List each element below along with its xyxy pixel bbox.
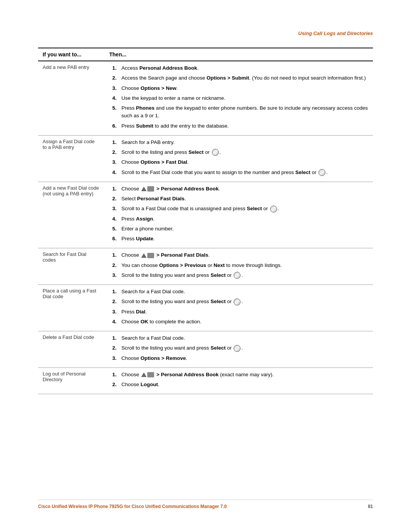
step-text: Choose Options > Fast Dial. bbox=[121, 158, 368, 166]
services-icon bbox=[141, 372, 154, 377]
task-cell-5: Delete a Fast Dial code bbox=[38, 331, 105, 368]
step-item: 1.Search for a Fast Dial code. bbox=[112, 288, 368, 296]
step-text: Scroll to the listing you want and press… bbox=[121, 344, 368, 352]
footer-text: Cisco Unified Wireless IP Phone 7925G fo… bbox=[38, 504, 227, 509]
step-item: 2.Choose Logout. bbox=[112, 381, 368, 388]
step-number: 3. bbox=[112, 85, 121, 92]
step-text: Select Personal Fast Dials. bbox=[121, 195, 368, 203]
step-text: Enter a phone number. bbox=[121, 225, 368, 233]
step-text: Scroll to the listing you want and press… bbox=[121, 298, 368, 305]
step-number: 2. bbox=[112, 344, 121, 352]
phone-rect-icon bbox=[147, 253, 154, 258]
step-item: 1.Choose > Personal Fast Dials. bbox=[112, 251, 368, 259]
step-text: Access the Search page and choose Option… bbox=[121, 74, 368, 82]
steps-list-3: 1.Choose > Personal Fast Dials.2.You can… bbox=[112, 251, 368, 279]
steps-cell-4: 1.Search for a Fast Dial code.2.Scroll t… bbox=[105, 285, 373, 331]
task-cell-1: Assign a Fast Dial code to a PAB entry bbox=[38, 135, 105, 182]
step-text: Scroll to the Fast Dial code that you wa… bbox=[121, 169, 368, 176]
task-cell-2: Add a new Fast Dial code (not using a PA… bbox=[38, 182, 105, 248]
steps-list-6: 1.Choose > Personal Address Book (exact … bbox=[112, 371, 368, 389]
step-text: Use the keypad to enter a name or nickna… bbox=[121, 94, 368, 102]
step-item: 4.Choose OK to complete the action. bbox=[112, 318, 368, 326]
steps-cell-0: 1.Access Personal Address Book.2.Access … bbox=[105, 61, 373, 135]
page-footer: Cisco Unified Wireless IP Phone 7925G fo… bbox=[38, 500, 373, 509]
step-bold: Options > Fast Dial bbox=[140, 159, 187, 165]
step-number: 3. bbox=[112, 205, 121, 212]
step-number: 1. bbox=[112, 64, 121, 72]
step-text: Press Dial. bbox=[121, 308, 368, 316]
step-bold: Select bbox=[210, 272, 226, 278]
step-bold: Options > Submit bbox=[207, 75, 249, 81]
step-bold: Logout bbox=[140, 382, 158, 387]
step-text: Choose > Personal Address Book (exact na… bbox=[121, 371, 368, 379]
step-bold: Options > Previous bbox=[159, 262, 206, 268]
task-cell-4: Place a call using a Fast Dial code bbox=[38, 285, 105, 331]
step-item: 3.Choose Options > Remove. bbox=[112, 355, 368, 362]
step-item: 2.Scroll to the listing you want and pre… bbox=[112, 298, 368, 305]
step-bold: Select bbox=[210, 345, 226, 351]
step-item: 1.Search for a Fast Dial code. bbox=[112, 334, 368, 342]
steps-cell-1: 1.Search for a PAB entry.2.Scroll to the… bbox=[105, 135, 373, 182]
step-number: 1. bbox=[112, 139, 121, 146]
step-bold: > Personal Address Book bbox=[155, 372, 218, 377]
nav-circle-icon bbox=[270, 206, 277, 212]
step-item: 2.Scroll to the listing and press Select… bbox=[112, 149, 368, 156]
step-text: Press Assign. bbox=[121, 215, 368, 223]
task-cell-6: Log out of Personal Directory bbox=[38, 367, 105, 394]
step-bold: Select bbox=[247, 206, 262, 211]
step-text: Access Personal Address Book. bbox=[121, 64, 368, 72]
step-number: 3. bbox=[112, 158, 121, 166]
step-number: 1. bbox=[112, 334, 121, 342]
steps-list-4: 1.Search for a Fast Dial code.2.Scroll t… bbox=[112, 288, 368, 326]
step-text: Scroll to the listing and press Select o… bbox=[121, 149, 368, 156]
step-bold: > Personal Address Book bbox=[155, 186, 218, 192]
step-bold: Update bbox=[136, 236, 153, 241]
step-number: 2. bbox=[112, 74, 121, 82]
step-text: Choose OK to complete the action. bbox=[121, 318, 368, 326]
step-item: 1.Choose > Personal Address Book (exact … bbox=[112, 371, 368, 379]
step-number: 4. bbox=[112, 94, 121, 102]
step-item: 3.Scroll to a Fast Dial code that is una… bbox=[112, 205, 368, 212]
step-item: 2.You can choose Options > Previous or N… bbox=[112, 262, 368, 269]
col1-header: If you want to... bbox=[38, 48, 105, 61]
steps-list-1: 1.Search for a PAB entry.2.Scroll to the… bbox=[112, 139, 368, 176]
step-number: 2. bbox=[112, 195, 121, 203]
triangle-icon bbox=[141, 187, 147, 191]
nav-circle-icon bbox=[234, 299, 241, 305]
step-bold: Submit bbox=[136, 123, 153, 129]
step-item: 2.Access the Search page and choose Opti… bbox=[112, 74, 368, 82]
step-text: Scroll to a Fast Dial code that is unass… bbox=[121, 205, 368, 212]
step-item: 3.Press Dial. bbox=[112, 308, 368, 316]
step-number: 1. bbox=[112, 288, 121, 296]
page-number: 81 bbox=[368, 504, 373, 509]
step-number: 4. bbox=[112, 169, 121, 176]
steps-list-2: 1.Choose > Personal Address Book.2.Selec… bbox=[112, 185, 368, 243]
step-text: Search for a PAB entry. bbox=[121, 139, 368, 146]
step-item: 4.Scroll to the Fast Dial code that you … bbox=[112, 169, 368, 176]
step-bold: Options > New bbox=[140, 85, 176, 91]
step-bold: Select bbox=[210, 299, 226, 304]
step-number: 3. bbox=[112, 355, 121, 362]
steps-cell-6: 1.Choose > Personal Address Book (exact … bbox=[105, 367, 373, 394]
task-cell-3: Search for Fast Dial codes bbox=[38, 248, 105, 285]
triangle-icon bbox=[141, 372, 147, 377]
step-number: 5. bbox=[112, 104, 121, 120]
phone-rect-icon bbox=[147, 186, 154, 192]
step-item: 1.Search for a PAB entry. bbox=[112, 139, 368, 146]
step-text: Choose Options > Remove. bbox=[121, 355, 368, 362]
step-item: 3.Choose Options > New. bbox=[112, 85, 368, 92]
task-cell-0: Add a new PAB entry bbox=[38, 61, 105, 135]
step-number: 6. bbox=[112, 122, 121, 130]
page-header: Using Call Logs and Directories bbox=[38, 30, 373, 36]
step-number: 6. bbox=[112, 235, 121, 243]
step-bold: > Personal Fast Dials bbox=[155, 252, 208, 258]
step-number: 2. bbox=[112, 298, 121, 305]
step-number: 3. bbox=[112, 272, 121, 279]
nav-circle-icon bbox=[234, 345, 241, 352]
step-item: 4.Use the keypad to enter a name or nick… bbox=[112, 94, 368, 102]
chapter-title: Using Call Logs and Directories bbox=[298, 30, 373, 36]
step-item: 5.Press Phones and use the keypad to ent… bbox=[112, 104, 368, 120]
content-table: If you want to... Then... Add a new PAB … bbox=[38, 48, 373, 394]
step-text: Choose Options > New. bbox=[121, 85, 368, 92]
services-icon bbox=[141, 186, 154, 192]
